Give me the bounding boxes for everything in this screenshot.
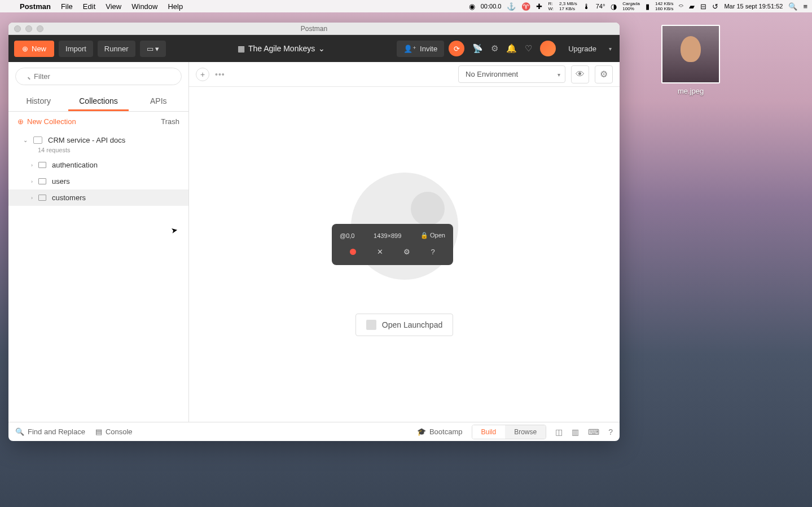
plus-icon[interactable]: ✚	[536, 2, 542, 11]
menu-window[interactable]: Window	[126, 2, 163, 11]
avatar[interactable]	[540, 41, 556, 56]
battery-icon[interactable]: ▮	[646, 2, 649, 11]
cancel-record-button[interactable]: ✕	[377, 248, 383, 256]
invite-button[interactable]: 👤⁺ Invite	[397, 41, 444, 57]
new-tab-button[interactable]: +	[196, 68, 209, 81]
menubar-datetime[interactable]: Mar 15 sept 19:51:52	[724, 3, 783, 10]
bootcamp-icon: 🎓	[417, 427, 426, 436]
new-collection-label: New Collection	[27, 117, 76, 126]
menu-file[interactable]: File	[56, 2, 78, 11]
record-indicator-icon[interactable]: ◉	[469, 2, 475, 11]
menubar-temp: 74°	[596, 3, 605, 10]
find-replace-button[interactable]: 🔍 Find and Replace	[15, 427, 85, 436]
thermometer-icon: 🌡	[583, 2, 590, 11]
eye-icon[interactable]: 👁	[571, 65, 589, 83]
app-toolbar: ⊕ New Import Runner ▭ ▾ ▦ The Agile Monk…	[8, 35, 620, 62]
environment-label: No Environment	[466, 70, 518, 78]
desktop-file[interactable]: me.jpeg	[660, 25, 722, 95]
record-help-icon[interactable]: ?	[431, 248, 435, 256]
chevron-down-icon: ⌄	[23, 137, 28, 143]
mouse-cursor-icon: ➤	[170, 225, 179, 235]
satellite-icon[interactable]: 📡	[472, 43, 483, 54]
chevron-right-icon: ›	[31, 179, 33, 184]
settings-icon[interactable]: ⚙	[491, 43, 498, 54]
chevron-down-icon: ⌄	[318, 44, 325, 53]
two-pane-icon[interactable]: ◫	[555, 427, 563, 437]
search-icon: 🔍	[15, 427, 24, 436]
console-label: Console	[106, 427, 133, 436]
rec-size: 812×507	[374, 232, 401, 239]
trash-link[interactable]: Trash	[161, 117, 179, 126]
folder-authentication[interactable]: › authentication	[8, 157, 188, 173]
menu-help[interactable]: Help	[163, 2, 188, 11]
sync-icon[interactable]: ⟳	[449, 41, 464, 56]
window-layout-button[interactable]: ▭ ▾	[140, 41, 166, 57]
tab-collections[interactable]: Collections	[68, 91, 128, 111]
branch-icon[interactable]: ♈	[521, 2, 530, 11]
folder-icon	[38, 178, 46, 184]
display-icon[interactable]: ▰	[689, 2, 695, 11]
file-label: me.jpeg	[678, 87, 704, 95]
open-launchpad-button[interactable]: Open Launchpad	[355, 314, 453, 336]
heart-icon[interactable]: ♡	[525, 43, 532, 54]
folder-icon	[38, 162, 46, 168]
import-button[interactable]: Import	[59, 41, 93, 57]
find-label: Find and Replace	[28, 427, 85, 436]
launchpad-label: Open Launchpad	[382, 320, 442, 329]
upgrade-link[interactable]: Upgrade	[564, 45, 601, 53]
runner-button[interactable]: Runner	[98, 41, 135, 57]
upgrade-chevron-icon[interactable]: ▾	[609, 46, 614, 52]
person-plus-icon: 👤⁺	[403, 45, 416, 53]
screen-record-overlay: @0,0 812×507 🔒 Open ✕ ⚙ ?	[332, 224, 453, 265]
plus-circle-icon: ⊕	[22, 45, 28, 53]
folder-users[interactable]: › users	[8, 173, 188, 189]
workspace-selector[interactable]: ▦ The Agile Monkeys ⌄	[238, 44, 325, 53]
build-mode[interactable]: Build	[472, 425, 506, 439]
window-title: Postman	[8, 25, 620, 33]
menubar-app[interactable]: Postman	[15, 2, 56, 11]
wifi-icon[interactable]: ⌔	[679, 2, 683, 11]
tab-options-icon[interactable]: •••	[215, 70, 225, 79]
record-settings-icon[interactable]: ⚙	[403, 248, 410, 256]
battery-status: Cargada100%	[622, 1, 640, 11]
launchpad-icon	[366, 320, 376, 330]
workspace-name: The Agile Monkeys	[248, 44, 315, 53]
bell-icon[interactable]: 🔔	[506, 43, 517, 54]
folder-label: users	[52, 177, 70, 186]
filter-input[interactable]	[15, 68, 182, 85]
new-button[interactable]: ⊕ New	[14, 41, 54, 57]
control-center-icon[interactable]: ⊟	[700, 2, 706, 11]
terminal-icon: ▤	[95, 427, 102, 436]
docker-icon[interactable]: ⚓	[507, 2, 516, 11]
environment-select[interactable]: No Environment	[458, 65, 565, 83]
net-labels: R:W:	[548, 1, 554, 11]
moon-icon[interactable]: ◑	[611, 2, 617, 11]
sliders-icon[interactable]: ⚙	[595, 65, 613, 83]
folder-icon	[38, 195, 46, 201]
tab-history[interactable]: History	[8, 91, 68, 111]
bootcamp-button[interactable]: 🎓 Bootcamp	[417, 427, 463, 436]
spotlight-icon[interactable]: 🔍	[788, 2, 797, 11]
folder-customers[interactable]: › customers	[8, 189, 188, 206]
tab-apis[interactable]: APIs	[129, 91, 188, 111]
new-button-label: New	[32, 45, 46, 53]
invite-label: Invite	[420, 45, 437, 53]
help-icon[interactable]: ?	[608, 427, 613, 437]
grid-icon: ▦	[238, 44, 245, 53]
menubar-timer: 00:00.0	[481, 3, 502, 10]
console-button[interactable]: ▤ Console	[95, 427, 133, 436]
panel-icon[interactable]: ▥	[572, 427, 579, 437]
timemachine-icon[interactable]: ↺	[712, 2, 718, 11]
collection-count: 14 requests	[38, 147, 188, 153]
menu-view[interactable]: View	[100, 2, 126, 11]
keyboard-icon[interactable]: ⌨	[588, 427, 599, 437]
record-button[interactable]	[350, 249, 356, 255]
status-bar: 🔍 Find and Replace ▤ Console 🎓 Bootcamp …	[8, 422, 620, 441]
browse-mode[interactable]: Browse	[505, 425, 546, 439]
new-collection-link[interactable]: ⊕ New Collection	[17, 117, 76, 126]
plus-circle-icon: ⊕	[17, 117, 24, 126]
menu-edit[interactable]: Edit	[78, 2, 100, 11]
rec-open[interactable]: 🔒 Open	[420, 232, 445, 239]
list-icon[interactable]: ≡	[803, 2, 807, 11]
filter-wrap	[15, 68, 182, 85]
